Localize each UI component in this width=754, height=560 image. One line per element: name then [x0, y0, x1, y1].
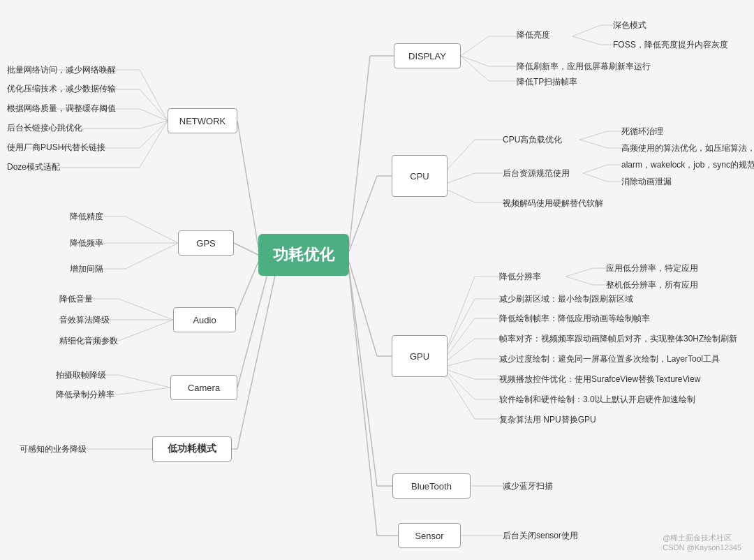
display-label: DISPLAY [408, 51, 446, 61]
cpu-branch1-child2: 高频使用的算法优化，如压缩算法，正则优化等 [621, 142, 754, 154]
gpu-branch3: 降低绘制帧率：降低应用动画等绘制帧率 [499, 313, 650, 325]
svg-line-46 [119, 388, 170, 395]
audio-item-3: 精细化音频参数 [59, 335, 118, 347]
camera-item-1: 拍摄取帧降级 [56, 369, 106, 381]
svg-line-50 [461, 36, 489, 56]
svg-line-8 [237, 272, 276, 449]
svg-line-54 [572, 36, 600, 45]
svg-line-18 [349, 272, 377, 536]
gpu-node: GPU [392, 335, 448, 377]
svg-line-26 [140, 121, 168, 128]
gpu-branch1-child2: 整机低分辨率，所有应用 [606, 279, 698, 291]
network-item-6: Doze模式适配 [7, 161, 60, 173]
gpu-branch7: 软件绘制和硬件绘制：3.0以上默认开启硬件加速绘制 [499, 394, 695, 406]
gpu-branch5: 减少过度绘制：避免同一屏幕位置多次绘制，LayerTool工具 [499, 353, 720, 365]
mindmap-canvas: 功耗优化 NETWORK GPS Audio Camera 低功耗模式 DISP… [0, 0, 754, 560]
svg-line-30 [140, 121, 168, 168]
svg-line-64 [579, 140, 607, 148]
gpu-label: GPU [410, 351, 429, 362]
svg-line-90 [448, 373, 475, 399]
svg-line-36 [126, 243, 178, 269]
svg-line-44 [119, 375, 170, 388]
svg-line-20 [140, 70, 168, 121]
svg-line-14 [349, 262, 377, 356]
svg-line-6 [237, 269, 269, 388]
audio-item-1: 降低音量 [59, 293, 93, 305]
network-item-4: 后台长链接心跳优化 [7, 122, 82, 134]
cpu-branch2-child1: alarm，wakelock，job，sync的规范使用 [621, 159, 754, 171]
gpu-branch4: 帧率对齐：视频频率跟动画降帧后对齐，实现整体30HZ绘制刷新 [499, 333, 737, 345]
svg-line-16 [349, 269, 377, 486]
lowpower-item-1: 可感知的业务降级 [20, 443, 87, 455]
svg-line-0 [237, 121, 258, 248]
svg-line-72 [448, 190, 475, 202]
svg-line-56 [461, 56, 489, 66]
cpu-branch1: CPU高负载优化 [503, 134, 562, 146]
bluetooth-node: BlueTooth [392, 473, 471, 499]
gpu-branch1: 降低分辨率 [499, 271, 541, 283]
gps-item-3: 增加间隔 [70, 263, 103, 275]
svg-line-80 [448, 299, 475, 349]
gps-label: GPS [196, 238, 215, 249]
sensor-item-1: 后台关闭sensor使用 [503, 530, 578, 542]
display-branch2: 降低刷新率，应用低屏幕刷新率运行 [517, 61, 651, 73]
audio-node: Audio [173, 307, 236, 332]
audio-item-2: 音效算法降级 [59, 314, 110, 326]
gps-item-2: 降低频率 [70, 237, 103, 249]
svg-line-42 [119, 320, 173, 341]
bluetooth-label: BlueTooth [411, 481, 452, 492]
svg-line-92 [448, 376, 475, 419]
svg-line-12 [349, 176, 377, 251]
svg-line-28 [140, 121, 168, 148]
network-item-3: 根据网络质量，调整缓存阈值 [7, 103, 116, 115]
cpu-branch1-child1: 死循环治理 [621, 126, 663, 138]
svg-line-76 [566, 268, 593, 277]
gpu-branch8: 复杂算法用 NPU替换GPU [499, 414, 596, 426]
network-node: NETWORK [168, 108, 237, 133]
svg-line-22 [140, 89, 168, 121]
lowpower-label: 低功耗模式 [168, 443, 216, 455]
gpu-branch6: 视频播放控件优化：使用SurafceView替换TextureView [499, 374, 700, 385]
sensor-label: Sensor [415, 531, 443, 541]
svg-line-60 [448, 140, 475, 169]
svg-line-70 [583, 173, 607, 182]
network-item-2: 优化压缩技术，减少数据传输 [7, 83, 116, 95]
gpu-branch1-child1: 应用低分辨率，特定应用 [606, 263, 698, 274]
gpu-branch2: 减少刷新区域：最小绘制跟刷新区域 [499, 293, 633, 305]
svg-line-58 [461, 56, 489, 81]
camera-item-2: 降低录制分辨率 [56, 389, 114, 401]
svg-line-62 [579, 131, 607, 140]
lowpower-node: 低功耗模式 [152, 436, 232, 462]
display-branch1: 降低亮度 [517, 29, 550, 41]
svg-line-4 [234, 262, 258, 320]
svg-line-84 [448, 339, 475, 360]
camera-label: Camera [188, 383, 220, 393]
svg-line-82 [448, 318, 475, 355]
svg-line-86 [448, 359, 475, 366]
display-node: DISPLAY [394, 43, 461, 68]
svg-line-88 [448, 370, 475, 379]
audio-label: Audio [193, 315, 216, 325]
center-node: 功耗优化 [258, 234, 349, 276]
cpu-branch2: 后台资源规范使用 [503, 168, 570, 179]
network-item-1: 批量网络访问，减少网络唤醒 [7, 64, 116, 76]
display-branch3: 降低TP扫描帧率 [517, 76, 577, 88]
cpu-label: CPU [410, 171, 429, 182]
svg-line-38 [119, 299, 173, 320]
bluetooth-item-1: 减少蓝牙扫描 [503, 480, 553, 492]
network-item-5: 使用厂商PUSH代替长链接 [7, 142, 105, 154]
network-label: NETWORK [179, 116, 226, 126]
gps-item-1: 降低精度 [70, 211, 103, 223]
cpu-branch3: 视频解码使用硬解替代软解 [503, 198, 603, 209]
sensor-node: Sensor [398, 523, 461, 548]
watermark-line1: @稀土掘金技术社区 [663, 533, 732, 542]
cpu-node: CPU [392, 155, 448, 197]
svg-line-68 [583, 165, 607, 173]
watermark-line2: CSDN @Kayson12345 [663, 543, 741, 552]
cpu-branch2-child2: 消除动画泄漏 [621, 176, 672, 188]
svg-line-24 [140, 109, 168, 121]
display-branch1-child2: FOSS，降低亮度提升内容灰度 [613, 39, 728, 51]
svg-line-32 [126, 216, 178, 243]
svg-line-78 [566, 277, 593, 285]
gps-node: GPS [178, 230, 234, 256]
